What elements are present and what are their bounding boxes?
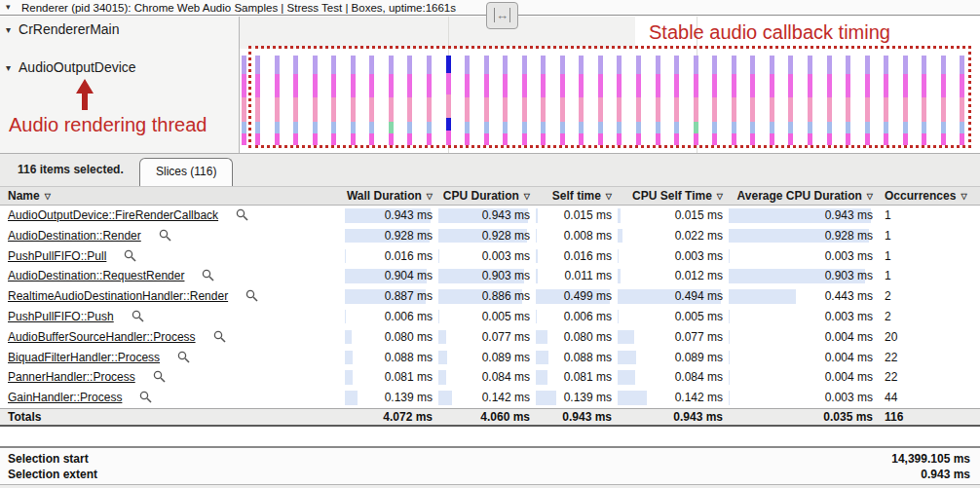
magnifier-icon[interactable] [139,391,152,403]
column-header-avg_cpu[interactable]: Average CPU Duration▽ [727,187,877,206]
tab-slices[interactable]: Slices (116) [139,158,233,186]
cell-name: PushPullFIFO::Push [0,307,343,327]
slice-name-link[interactable]: BiquadFilterHandler::Process [8,351,160,364]
slice-name-link[interactable]: AudioOutputDevice::FireRenderCallback [8,208,218,222]
cell-value: 0.016 ms [385,249,433,263]
thread-row-crrenderermain[interactable]: ▾CrRendererMain [6,21,120,37]
table-row: AudioDestination::Render0.928 ms0.928 ms… [0,226,980,246]
value-histogram-bar [345,249,346,264]
cell-self: 0.015 ms [534,206,616,226]
value-histogram-bar [536,208,538,223]
footer-row: Selection extent0.943 ms [0,468,980,483]
column-header-self[interactable]: Self time▽ [534,187,616,206]
cell-cpu: 0.084 ms [436,367,534,388]
value-histogram-bar [345,391,358,405]
trace-track-area[interactable]: Stable audio callback timing [240,17,980,153]
magnifier-icon[interactable] [202,269,214,282]
value-histogram-bar [618,330,634,345]
cell-value: 0.142 ms [675,391,723,404]
value-histogram-bar [536,370,547,385]
slice-segment [242,97,246,122]
collapse-process-icon[interactable]: ▾ [6,2,11,12]
annotation-arrow-icon [76,79,94,94]
value-histogram-bar [618,310,619,324]
magnifier-icon[interactable] [124,249,136,262]
slice-name-link[interactable]: PannerHandler::Process [8,370,135,384]
cell-cpu_self: 0.077 ms [616,327,727,348]
thread-label: AudioOutputDevice [19,59,136,75]
magnifier-icon[interactable] [153,370,166,383]
slice-name-link[interactable]: PushPullFIFO::Pull [8,249,106,263]
value-histogram-bar [438,351,447,365]
column-header-occurrences[interactable]: Occurrences▽ [877,187,980,206]
cell-occurrences: 22 [877,348,980,368]
slice-segment [242,56,246,74]
column-header-cpu[interactable]: CPU Duration▽ [436,187,534,206]
cell-value: 0.077 ms [482,330,530,344]
cell-value: 0.886 ms [482,289,530,303]
magnifier-icon[interactable] [213,330,226,343]
cell-name: Totals [0,409,343,428]
trace-slice[interactable] [242,56,246,145]
value-histogram-bar [729,391,730,405]
cell-value: 0.080 ms [385,330,433,344]
cell-name: BiquadFilterHandler::Process [0,348,343,368]
cell-cpu_self: 0.089 ms [616,348,727,368]
column-header-wall[interactable]: Wall Duration▽ [343,187,436,206]
cell-value: 0.005 ms [675,310,723,323]
magnifier-icon[interactable] [236,208,248,221]
cell-avg_cpu: 0.003 ms [727,307,877,327]
items-selected-text: 116 items selected. [18,163,124,176]
cell-cpu: 0.003 ms [436,246,534,267]
cell-self: 0.139 ms [534,388,616,408]
value-histogram-bar [536,229,537,244]
cell-cpu: 0.886 ms [436,286,534,307]
magnifier-icon[interactable] [245,289,258,302]
cell-value: 0.004 ms [825,330,873,344]
value-histogram-bar [345,370,353,385]
cell-avg_cpu: 0.443 ms [727,286,877,307]
slice-name-link[interactable]: AudioDestination::RequestRender [8,269,184,282]
cell-occurrences: 1 [877,266,980,286]
totals-label: Totals [8,410,41,424]
cell-avg_cpu: 0.928 ms [727,226,877,246]
magnifier-icon[interactable] [159,229,171,242]
thread-row-audiooutputdevice[interactable]: ▾AudioOutputDevice [6,59,136,75]
cell-value: 0.943 ms [825,208,873,222]
cell-value: 0.004 ms [825,351,873,364]
cell-avg_cpu: 0.943 ms [727,206,877,226]
thread-list-panel: ▾CrRendererMain ▾AudioOutputDevice Audio… [0,17,240,153]
column-header-label: Self time [552,189,601,203]
column-header-cpu_self[interactable]: CPU Self Time▽ [616,187,727,206]
cell-value: 0.139 ms [385,391,433,404]
slice-segment [242,74,246,97]
slice-name-link[interactable]: RealtimeAudioDestinationHandler::Render [8,289,228,303]
cell-name: AudioDestination::Render [0,226,343,246]
magnifier-icon[interactable] [132,310,144,322]
cell-occurrences: 22 [877,367,980,388]
cell-occurrences: 1 [877,206,980,226]
value-histogram-bar [618,269,621,283]
slice-name-link[interactable]: AudioBufferSourceHandler::Process [8,330,196,344]
cell-value: 0.903 ms [482,269,530,282]
cell-cpu: 0.928 ms [436,226,534,246]
cell-value: 0.494 ms [675,289,723,303]
cell-value: 0.443 ms [825,289,873,303]
cell-avg_cpu: 0.004 ms [727,327,877,348]
cell-value: 0.084 ms [675,370,723,384]
table-row: BiquadFilterHandler::Process0.088 ms0.08… [0,348,980,368]
cell-value: 0.943 ms [562,410,612,424]
sort-icon: ▽ [606,192,612,201]
slice-name-link[interactable]: PushPullFIFO::Push [8,310,114,323]
cell-name: GainHandler::Process [0,388,343,408]
cell-value: 0.003 ms [675,249,723,263]
cell-value: 0.003 ms [482,249,530,263]
slice-name-link[interactable]: GainHandler::Process [8,391,122,404]
table-row: AudioDestination::RequestRender0.904 ms0… [0,266,980,286]
column-header-name[interactable]: Name▽ [0,187,343,206]
horizontal-resize-button[interactable]: ↔ [486,2,518,29]
magnifier-icon[interactable] [177,351,190,363]
slice-name-link[interactable]: AudioDestination::Render [8,229,141,243]
cell-name: RealtimeAudioDestinationHandler::Render [0,286,343,307]
cell-cpu: 0.903 ms [436,266,534,286]
